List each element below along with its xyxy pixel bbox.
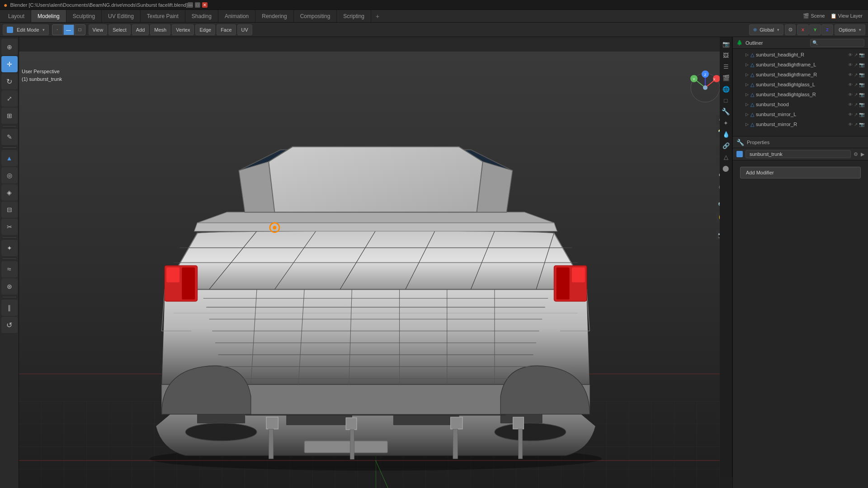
sel-icon[interactable]: ↗ [854,122,858,127]
outliner-item[interactable]: ▷ △ sunburst_headlight_R 👁 ↗ 📷 [733,50,868,60]
output-props-icon[interactable]: 🖼 [721,50,731,60]
z-btn[interactable]: Z [821,24,833,35]
object-name-input[interactable] [745,150,851,158]
tab-texture-paint[interactable]: Texture Paint [141,10,185,22]
transform-orientation[interactable]: ⊕ Global [749,24,783,35]
vis-icon[interactable]: 👁 [848,52,853,57]
view-menu[interactable]: View [89,24,108,35]
outliner-item[interactable]: ▷ △ sunburst_headlightframe_R 👁 ↗ 📷 [733,70,868,80]
expand-arrow[interactable]: ▷ [745,112,749,117]
world-props-icon[interactable]: 🌐 [721,84,731,94]
particles-props-icon[interactable]: ✦ [721,118,731,128]
sel-icon[interactable]: ↗ [854,72,858,77]
cursor-tool[interactable]: ⊕ [1,39,18,55]
shrinkfatten-tool[interactable]: ⊛ [1,278,18,295]
select-menu[interactable]: Select [108,24,131,35]
ren-icon[interactable]: 📷 [859,92,864,97]
pivot-btn[interactable]: ⊙ [785,24,796,35]
ren-icon[interactable]: 📷 [859,102,864,107]
expand-arrow[interactable]: ▷ [745,72,749,77]
vis-icon[interactable]: 👁 [848,122,853,127]
smooth-tool[interactable]: ≈ [1,261,18,277]
add-modifier-button[interactable]: Add Modifier [740,167,861,178]
inset-tool[interactable]: ◎ [1,167,18,183]
knife-tool[interactable]: ✂ [1,219,18,235]
vertex-mode-btn[interactable]: · [52,24,63,35]
sel-icon[interactable]: ↗ [854,102,858,107]
minimize-btn[interactable]: — [188,2,193,8]
sel-icon[interactable]: ↗ [854,82,858,87]
tab-scripting[interactable]: Scripting [337,10,371,22]
outliner-item[interactable]: ▷ △ sunburst_hood 👁 ↗ 📷 [733,99,868,109]
move-tool[interactable]: ✛ [1,56,18,72]
vis-icon[interactable]: 👁 [848,62,853,67]
outliner-search[interactable] [810,39,864,47]
add-workspace-btn[interactable]: + [371,10,384,22]
rotate-tool[interactable]: ↻ [1,73,18,89]
ren-icon[interactable]: 📷 [859,52,864,57]
transform-tool[interactable]: ⊞ [1,108,18,124]
extrude-tool[interactable]: ▲ [1,150,18,166]
outliner-item[interactable]: ▷ △ sunburst_headlightframe_L 👁 ↗ 📷 [733,60,868,70]
outliner-item[interactable]: ▷ △ sunburst_mirror_L 👁 ↗ 📷 [733,109,868,119]
sel-icon[interactable]: ↗ [854,62,858,67]
expand-arrow[interactable]: ▷ [745,102,749,107]
sel-icon[interactable]: ↗ [854,112,858,117]
tab-animation[interactable]: Animation [218,10,255,22]
tab-rendering[interactable]: Rendering [255,10,293,22]
vertex-menu[interactable]: Vertex [172,24,194,35]
object-props-icon[interactable]: □ [721,95,731,105]
scene-props-icon[interactable]: 🎬 [721,73,731,83]
physics-props-icon[interactable]: 💧 [721,129,731,139]
uv-menu[interactable]: UV [237,24,252,35]
outliner-item[interactable]: ▷ △ sunburst_headlightglass_L 👁 ↗ 📷 [733,80,868,89]
material-props-icon[interactable]: ⬤ [721,163,731,173]
polybuild-tool[interactable]: ✦ [1,240,18,256]
mesh-menu[interactable]: Mesh [150,24,170,35]
expand-arrow[interactable]: ▷ [745,82,749,87]
sel-icon[interactable]: ↗ [854,92,858,97]
tab-shading[interactable]: Shading [185,10,218,22]
x-btn[interactable]: X [797,24,809,35]
loopcut-tool[interactable]: ⊟ [1,202,18,218]
tab-compositing[interactable]: Compositing [294,10,337,22]
edge-mode-btn[interactable]: — [63,24,74,35]
constraints-props-icon[interactable]: 🔗 [721,141,731,150]
close-btn[interactable]: ✕ [202,2,208,8]
expand-arrow[interactable]: ▷ [745,122,749,127]
expand-arrow[interactable]: ▷ [745,52,749,57]
ren-icon[interactable]: 📷 [859,62,864,67]
y-btn[interactable]: Y [809,24,821,35]
face-menu[interactable]: Face [217,24,236,35]
tab-sculpting[interactable]: Sculpting [66,10,102,22]
tab-modeling[interactable]: Modeling [31,10,66,22]
modifier-props-icon[interactable]: 🔧 [721,107,731,117]
edge-menu[interactable]: Edge [195,24,215,35]
ren-icon[interactable]: 📷 [859,112,864,117]
window-controls[interactable]: — □ ✕ [188,2,208,8]
scale-tool[interactable]: ⤢ [1,90,18,107]
maximize-btn[interactable]: □ [195,2,200,8]
options-btn[interactable]: Options [835,24,865,35]
expand-arrow[interactable]: ▷ [745,62,749,67]
render-props-icon[interactable]: 📷 [721,39,731,49]
vis-icon[interactable]: 👁 [848,72,853,77]
outliner-item[interactable]: ▷ △ sunburst_headlightglass_R 👁 ↗ 📷 [733,89,868,99]
data-props-icon[interactable]: △ [721,152,731,162]
sel-icon[interactable]: ↗ [854,52,858,57]
viewport[interactable]: User Perspective (1) sunburst_trunk X Y … [19,37,732,488]
ren-icon[interactable]: 📷 [859,122,864,127]
object-settings-btn[interactable]: ⚙ [854,151,858,157]
object-extra-btn[interactable]: ▶ [861,151,864,157]
tab-layout[interactable]: Layout [2,10,31,22]
mode-selector[interactable]: Edit Mode [3,24,49,35]
shear-tool[interactable]: ∥ [1,300,18,316]
annotate-tool[interactable]: ✎ [1,129,18,145]
face-mode-btn[interactable]: □ [75,24,85,35]
vis-icon[interactable]: 👁 [848,92,853,97]
ren-icon[interactable]: 📷 [859,72,864,77]
viewport-canvas[interactable]: User Perspective (1) sunburst_trunk X Y … [19,52,732,488]
vis-icon[interactable]: 👁 [848,82,853,87]
outliner-item[interactable]: ▷ △ sunburst_mirror_R 👁 ↗ 📷 [733,119,868,129]
vis-icon[interactable]: 👁 [848,102,853,107]
